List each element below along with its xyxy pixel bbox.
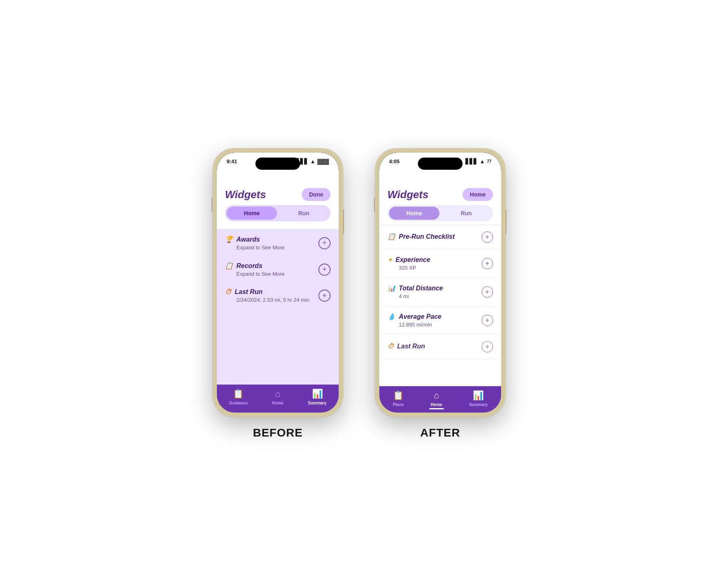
before-awards-title: 🏆 Awards [225, 236, 318, 243]
after-bottom-tabbar: 📋 Plans ⌂ Home 📊 Summary [379, 386, 501, 413]
after-phone-frame: 4:05 ▋▋▋ ▲ 77 Widgets Home [375, 149, 505, 417]
experience-add-button[interactable]: + [482, 258, 493, 269]
after-tab-home-bottom[interactable]: ⌂ Home [431, 390, 442, 407]
after-tab-home[interactable]: Home [389, 207, 439, 220]
distance-subtitle: 4 mi [387, 293, 482, 299]
home-label: Home [272, 401, 283, 405]
experience-icon: ✦ [387, 257, 392, 263]
after-home-icon: ⌂ [434, 390, 439, 401]
experience-subtitle: 320 XP [387, 265, 482, 271]
before-phone-screen: 9:41 ▋▋▋ ▲ ▓▓▓ Widgets Done [217, 153, 339, 413]
after-checklist-content: 📋 Pre-Run Checklist [387, 233, 482, 242]
before-widget-list: 🏆 Awards Expand to See More + [217, 230, 339, 385]
after-section: 4:05 ▋▋▋ ▲ 77 Widgets Home [375, 149, 505, 439]
after-widget-list: 📋 Pre-Run Checklist + ✦ Exp [379, 225, 501, 386]
before-widget-records: 📋 Records Expand to See More + [217, 256, 339, 283]
guidance-icon: 📋 [233, 389, 244, 399]
after-phone-inner: 4:05 ▋▋▋ ▲ 77 Widgets Home [379, 153, 501, 413]
lastrun-add-button[interactable]: + [318, 290, 331, 302]
after-widget-experience: ✦ Experience 320 XP + [379, 250, 501, 278]
awards-add-button[interactable]: + [318, 237, 331, 249]
after-status-time: 4:05 [389, 158, 400, 164]
before-tab-run[interactable]: Run [279, 207, 329, 220]
awards-subtitle: Expand to See More [225, 244, 318, 251]
after-pace-title: 💧 Average Pace [387, 313, 482, 320]
before-tab-guidance[interactable]: 📋 Guidance [229, 389, 248, 405]
records-subtitle: Expand to See More [225, 271, 318, 277]
before-phone-inner: 9:41 ▋▋▋ ▲ ▓▓▓ Widgets Done [217, 153, 339, 413]
checklist-add-button[interactable]: + [482, 231, 493, 243]
after-summary-label: Summary [469, 402, 488, 407]
records-label: Records [236, 262, 262, 270]
lastrun-icon: ⏱ [225, 288, 231, 296]
pace-add-button[interactable]: + [482, 315, 493, 326]
after-home-button[interactable]: Home [463, 188, 493, 201]
after-experience-content: ✦ Experience 320 XP [387, 256, 482, 271]
after-lastrun-icon: ⏱ [387, 343, 394, 350]
after-summary-icon: 📊 [473, 390, 484, 401]
before-app-header: Widgets Done [217, 185, 339, 205]
pace-label: Average Pace [399, 313, 441, 320]
after-experience-title: ✦ Experience [387, 256, 482, 264]
awards-label: Awards [236, 236, 260, 243]
pace-icon: 💧 [387, 313, 396, 320]
before-lastrun-content: ⏱ Last Run 2/24/2024; 2.53 mi, 5 hr 24 m… [225, 288, 318, 303]
after-widget-distance: 📊 Total Distance 4 mi + [379, 278, 501, 306]
before-tab-home-bottom[interactable]: ⌂ Home [272, 389, 283, 405]
pace-subtitle: 12.895 mi/min [387, 322, 482, 328]
after-pace-content: 💧 Average Pace 12.895 mi/min [387, 313, 482, 328]
distance-add-button[interactable]: + [482, 286, 493, 298]
before-status-icons: ▋▋▋ ▲ ▓▓▓ [296, 158, 329, 164]
before-lastrun-title: ⏱ Last Run [225, 288, 318, 296]
before-records-content: 📋 Records Expand to See More [225, 262, 318, 277]
after-widget-pace: 💧 Average Pace 12.895 mi/min + [379, 306, 501, 335]
home-icon: ⌂ [275, 389, 280, 399]
after-lastrun-add-button[interactable]: + [482, 341, 493, 352]
after-top-tabs: Home Run [387, 205, 493, 221]
battery-icon: ▓▓▓ [318, 158, 329, 164]
plans-icon: 📋 [393, 390, 404, 401]
experience-label: Experience [396, 256, 430, 264]
before-phone-frame: 9:41 ▋▋▋ ▲ ▓▓▓ Widgets Done [213, 149, 343, 417]
home-active-indicator [429, 408, 444, 409]
summary-label: Summary [308, 401, 327, 405]
awards-icon: 🏆 [225, 236, 233, 243]
guidance-label: Guidance [229, 401, 248, 405]
after-app-title: Widgets [387, 188, 428, 201]
before-widget-lastrun: ⏱ Last Run 2/24/2024; 2.53 mi, 5 hr 24 m… [217, 283, 339, 309]
after-widget-lastrun: ⏱ Last Run + [379, 335, 501, 359]
after-lastrun-content: ⏱ Last Run [387, 343, 482, 351]
distance-icon: 📊 [387, 284, 396, 292]
after-wifi-icon: ▲ [480, 158, 485, 164]
checklist-label: Pre-Run Checklist [399, 233, 455, 240]
lastrun-label: Last Run [235, 288, 262, 296]
lastrun-subtitle: 2/24/2024; 2.53 mi, 5 hr 24 min [225, 297, 318, 303]
page-container: 9:41 ▋▋▋ ▲ ▓▓▓ Widgets Done [213, 149, 505, 439]
records-add-button[interactable]: + [318, 264, 331, 276]
distance-label: Total Distance [399, 285, 443, 292]
after-label: AFTER [420, 426, 460, 439]
after-battery-icon: 77 [487, 159, 491, 164]
before-top-tabs: Home Run [225, 205, 331, 221]
after-tab-plans[interactable]: 📋 Plans [393, 390, 404, 407]
after-tab-run[interactable]: Run [441, 207, 491, 220]
after-lastrun-title: ⏱ Last Run [387, 343, 482, 350]
before-bottom-tabbar: 📋 Guidance ⌂ Home 📊 Summary [217, 385, 339, 413]
after-widget-checklist: 📋 Pre-Run Checklist + [379, 225, 501, 250]
before-awards-content: 🏆 Awards Expand to See More [225, 236, 318, 251]
wifi-icon: ▲ [310, 158, 316, 164]
before-records-title: 📋 Records [225, 262, 318, 270]
after-home-label: Home [431, 402, 442, 407]
before-status-time: 9:41 [227, 158, 237, 164]
plans-label: Plans [393, 402, 404, 407]
after-app-header: Widgets Home [379, 185, 501, 205]
before-tab-home[interactable]: Home [227, 207, 277, 220]
after-tab-summary[interactable]: 📊 Summary [469, 390, 488, 407]
after-status-icons: ▋▋▋ ▲ 77 [465, 158, 491, 164]
before-done-button[interactable]: Done [302, 188, 331, 201]
after-checklist-title: 📋 Pre-Run Checklist [387, 233, 482, 240]
records-icon: 📋 [225, 262, 233, 270]
checklist-icon: 📋 [387, 233, 396, 240]
before-section: 9:41 ▋▋▋ ▲ ▓▓▓ Widgets Done [213, 149, 343, 439]
before-tab-summary[interactable]: 📊 Summary [308, 389, 327, 405]
